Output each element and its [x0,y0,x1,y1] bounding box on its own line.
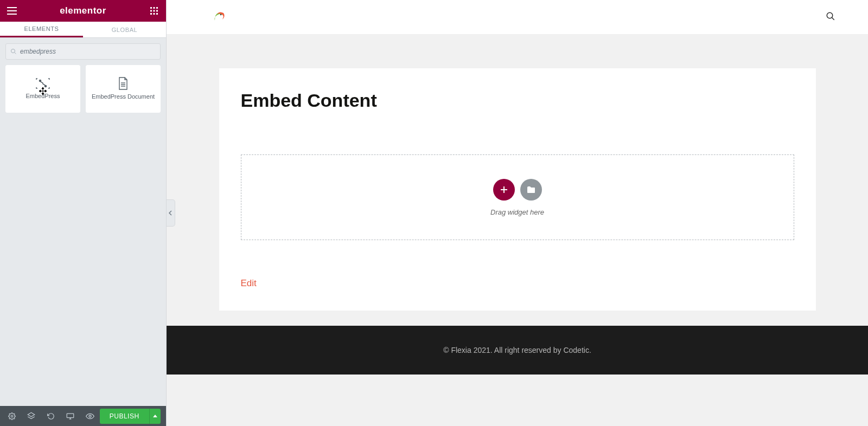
dropzone-buttons [493,179,542,201]
svg-marker-26 [28,412,35,417]
svg-rect-9 [150,13,152,15]
panel-footer: PUBLISH [0,406,166,426]
tab-global[interactable]: GLOBAL [83,22,166,37]
site-search-icon[interactable] [826,11,835,23]
svg-point-30 [89,415,91,417]
search-icon [10,48,17,55]
footer-copyright: © Flexia 2021. All right reserved by Cod… [443,346,591,354]
widget-embedpress-document[interactable]: EmbedPress Document [86,65,161,113]
document-icon [117,77,129,90]
page-title: Embed Content [241,90,794,111]
move-cursor-icon [39,87,47,97]
svg-marker-21 [45,90,47,92]
site-header [167,0,868,35]
preview-area: Embed Content Drag widget here Edit © Fl… [167,0,868,426]
widget-label: EmbedPress Document [92,93,155,100]
panel-collapse-handle[interactable] [167,199,175,227]
dropzone-text: Drag widget here [490,208,544,216]
svg-rect-8 [156,10,158,12]
preview-icon[interactable] [80,406,100,426]
panel-search-wrap [0,38,166,65]
svg-rect-11 [156,13,158,15]
search-container [5,43,161,60]
svg-rect-10 [154,13,155,15]
search-input[interactable] [20,48,156,55]
page-card: Embed Content Drag widget here Edit [219,68,816,311]
tab-elements[interactable]: ELEMENTS [0,22,83,37]
svg-point-14 [39,80,41,82]
svg-marker-18 [42,87,44,89]
widget-list: EmbedPress EmbedPress Document [0,65,166,113]
site-logo[interactable] [210,8,228,27]
panel-tabs: ELEMENTS GLOBAL [0,22,166,38]
publish-options-button[interactable] [149,409,161,424]
svg-rect-5 [156,7,158,9]
settings-icon[interactable] [2,406,22,426]
widget-embedpress[interactable]: EmbedPress [5,65,80,113]
svg-point-33 [827,12,833,18]
svg-rect-27 [67,414,74,418]
svg-marker-20 [39,90,41,92]
site-footer: © Flexia 2021. All right reserved by Cod… [167,326,868,375]
svg-rect-7 [154,10,155,12]
responsive-icon[interactable] [61,406,80,426]
publish-button[interactable]: PUBLISH [100,409,149,424]
svg-marker-31 [153,415,157,417]
history-icon[interactable] [41,406,61,426]
elementor-panel: elementor ELEMENTS GLOBAL [0,0,167,426]
svg-rect-3 [150,7,152,9]
svg-line-13 [15,53,16,54]
svg-rect-4 [154,7,155,9]
svg-point-25 [11,415,13,417]
content-area: Embed Content Drag widget here Edit © Fl… [167,35,868,426]
chevron-left-icon [169,210,173,216]
svg-rect-6 [150,10,152,12]
folder-icon [527,186,535,193]
navigator-icon[interactable] [22,406,41,426]
svg-point-12 [11,49,15,53]
edit-link[interactable]: Edit [241,278,257,288]
add-template-button[interactable] [520,179,542,201]
svg-point-32 [220,14,221,15]
hamburger-menu-icon[interactable] [4,3,20,18]
svg-marker-19 [42,93,44,95]
plus-icon [500,186,508,193]
panel-header: elementor [0,0,166,22]
elementor-logo: elementor [60,5,106,16]
svg-line-34 [832,17,834,20]
add-section-button[interactable] [493,179,515,201]
widget-dropzone[interactable]: Drag widget here [241,154,794,240]
apps-grid-icon[interactable] [146,3,162,18]
